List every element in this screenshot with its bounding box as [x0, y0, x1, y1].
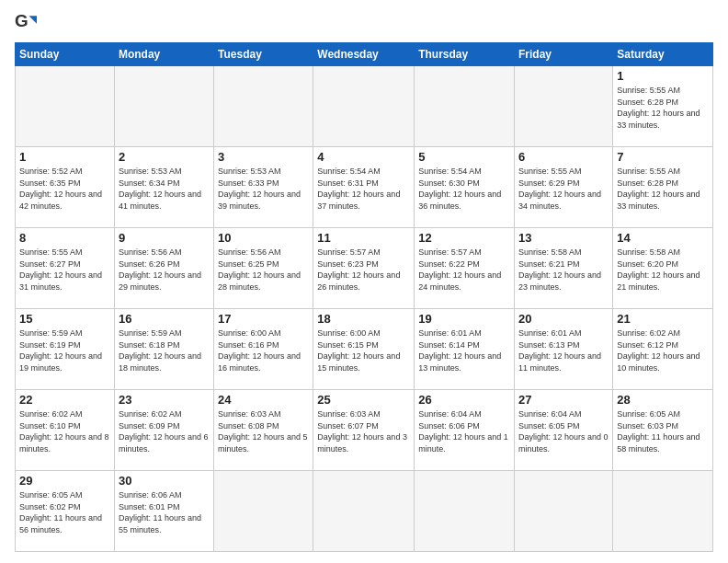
calendar-cell: 28 Sunrise: 6:05 AMSunset: 6:03 PMDaylig… [613, 390, 713, 471]
day-number: 8 [19, 231, 110, 245]
calendar-cell: 25 Sunrise: 6:03 AMSunset: 6:07 PMDaylig… [313, 390, 415, 471]
day-number: 28 [617, 393, 709, 407]
day-number: 1 [617, 69, 709, 83]
day-number: 13 [518, 231, 609, 245]
day-header-thursday: Thursday [415, 43, 515, 66]
calendar-cell: 18 Sunrise: 6:00 AMSunset: 6:15 PMDaylig… [313, 309, 415, 390]
calendar-cell: 11 Sunrise: 5:57 AMSunset: 6:23 PMDaylig… [313, 228, 415, 309]
calendar-row: 1 Sunrise: 5:52 AMSunset: 6:35 PMDayligh… [16, 147, 713, 228]
day-info: Sunrise: 6:03 AMSunset: 6:07 PMDaylight:… [317, 408, 410, 454]
calendar-cell: 22 Sunrise: 6:02 AMSunset: 6:10 PMDaylig… [16, 390, 115, 471]
logo-icon: G [15, 11, 37, 33]
day-number: 21 [617, 312, 709, 326]
page: G SundayMondayTuesdayWednesdayThursdayFr… [0, 0, 728, 563]
day-number: 9 [119, 231, 210, 245]
day-info: Sunrise: 6:01 AMSunset: 6:14 PMDaylight:… [418, 327, 510, 373]
calendar-cell: 3 Sunrise: 5:53 AMSunset: 6:33 PMDayligh… [214, 147, 313, 228]
svg-text:G: G [15, 11, 28, 30]
day-info: Sunrise: 5:54 AMSunset: 6:30 PMDaylight:… [418, 166, 510, 212]
calendar-table: SundayMondayTuesdayWednesdayThursdayFrid… [15, 42, 713, 552]
day-info: Sunrise: 5:55 AMSunset: 6:29 PMDaylight:… [518, 166, 609, 212]
calendar-cell: 12 Sunrise: 5:57 AMSunset: 6:22 PMDaylig… [415, 228, 515, 309]
header: G [15, 11, 713, 33]
calendar-cell: 21 Sunrise: 6:02 AMSunset: 6:12 PMDaylig… [613, 309, 713, 390]
day-header-monday: Monday [114, 43, 213, 66]
day-header-sunday: Sunday [16, 43, 115, 66]
calendar-cell: 24 Sunrise: 6:03 AMSunset: 6:08 PMDaylig… [214, 390, 313, 471]
day-info: Sunrise: 5:59 AMSunset: 6:19 PMDaylight:… [19, 327, 110, 373]
day-number: 7 [617, 150, 709, 164]
calendar-cell: 1 Sunrise: 5:52 AMSunset: 6:35 PMDayligh… [16, 147, 115, 228]
calendar-cell [16, 66, 115, 147]
day-number: 11 [317, 231, 410, 245]
day-info: Sunrise: 6:02 AMSunset: 6:12 PMDaylight:… [617, 327, 709, 373]
day-info: Sunrise: 5:58 AMSunset: 6:20 PMDaylight:… [617, 247, 709, 293]
day-info: Sunrise: 6:00 AMSunset: 6:15 PMDaylight:… [317, 327, 410, 373]
day-number: 1 [19, 150, 110, 164]
day-info: Sunrise: 5:57 AMSunset: 6:22 PMDaylight:… [418, 247, 510, 293]
calendar-cell: 7 Sunrise: 5:55 AMSunset: 6:28 PMDayligh… [613, 147, 713, 228]
calendar-row: 29 Sunrise: 6:05 AMSunset: 6:02 PMDaylig… [16, 471, 713, 552]
calendar-cell: 14 Sunrise: 5:58 AMSunset: 6:20 PMDaylig… [613, 228, 713, 309]
calendar-cell: 29 Sunrise: 6:05 AMSunset: 6:02 PMDaylig… [16, 471, 115, 552]
day-number: 26 [418, 393, 510, 407]
day-info: Sunrise: 6:03 AMSunset: 6:08 PMDaylight:… [218, 408, 309, 454]
day-number: 12 [418, 231, 510, 245]
calendar-cell: 8 Sunrise: 5:55 AMSunset: 6:27 PMDayligh… [16, 228, 115, 309]
day-number: 10 [218, 231, 309, 245]
calendar-row: 1 Sunrise: 5:55 AMSunset: 6:28 PMDayligh… [16, 66, 713, 147]
day-info: Sunrise: 5:54 AMSunset: 6:31 PMDaylight:… [317, 166, 410, 212]
calendar-cell: 13 Sunrise: 5:58 AMSunset: 6:21 PMDaylig… [515, 228, 613, 309]
day-number: 24 [218, 393, 309, 407]
day-info: Sunrise: 6:05 AMSunset: 6:02 PMDaylight:… [19, 489, 110, 535]
day-info: Sunrise: 5:52 AMSunset: 6:35 PMDaylight:… [19, 166, 110, 212]
day-number: 20 [518, 312, 609, 326]
logo: G [15, 11, 40, 33]
day-number: 25 [317, 393, 410, 407]
calendar-cell [415, 471, 515, 552]
calendar-row: 8 Sunrise: 5:55 AMSunset: 6:27 PMDayligh… [16, 228, 713, 309]
calendar-cell: 30 Sunrise: 6:06 AMSunset: 6:01 PMDaylig… [114, 471, 213, 552]
day-info: Sunrise: 5:55 AMSunset: 6:28 PMDaylight:… [617, 85, 709, 131]
day-number: 14 [617, 231, 709, 245]
day-info: Sunrise: 5:59 AMSunset: 6:18 PMDaylight:… [119, 327, 210, 373]
day-number: 22 [19, 393, 110, 407]
day-info: Sunrise: 6:04 AMSunset: 6:05 PMDaylight:… [518, 408, 609, 454]
calendar-cell: 15 Sunrise: 5:59 AMSunset: 6:19 PMDaylig… [16, 309, 115, 390]
day-info: Sunrise: 5:53 AMSunset: 6:33 PMDaylight:… [218, 166, 309, 212]
calendar-cell [313, 66, 415, 147]
day-number: 27 [518, 393, 609, 407]
day-number: 30 [119, 474, 210, 488]
day-info: Sunrise: 5:58 AMSunset: 6:21 PMDaylight:… [518, 247, 609, 293]
day-header-friday: Friday [515, 43, 613, 66]
calendar-header-row: SundayMondayTuesdayWednesdayThursdayFrid… [16, 43, 713, 66]
day-header-tuesday: Tuesday [214, 43, 313, 66]
calendar-cell [515, 66, 613, 147]
calendar-body: 1 Sunrise: 5:55 AMSunset: 6:28 PMDayligh… [16, 66, 713, 552]
day-info: Sunrise: 5:56 AMSunset: 6:25 PMDaylight:… [218, 247, 309, 293]
calendar-cell: 2 Sunrise: 5:53 AMSunset: 6:34 PMDayligh… [114, 147, 213, 228]
calendar-cell: 16 Sunrise: 5:59 AMSunset: 6:18 PMDaylig… [114, 309, 213, 390]
day-info: Sunrise: 5:53 AMSunset: 6:34 PMDaylight:… [119, 166, 210, 212]
calendar-cell: 27 Sunrise: 6:04 AMSunset: 6:05 PMDaylig… [515, 390, 613, 471]
day-number: 5 [418, 150, 510, 164]
calendar-cell [415, 66, 515, 147]
day-info: Sunrise: 6:00 AMSunset: 6:16 PMDaylight:… [218, 327, 309, 373]
day-number: 23 [119, 393, 210, 407]
calendar-row: 15 Sunrise: 5:59 AMSunset: 6:19 PMDaylig… [16, 309, 713, 390]
day-number: 19 [418, 312, 510, 326]
calendar-cell: 23 Sunrise: 6:02 AMSunset: 6:09 PMDaylig… [114, 390, 213, 471]
calendar-cell: 9 Sunrise: 5:56 AMSunset: 6:26 PMDayligh… [114, 228, 213, 309]
calendar-cell: 10 Sunrise: 5:56 AMSunset: 6:25 PMDaylig… [214, 228, 313, 309]
calendar-cell [313, 471, 415, 552]
day-header-saturday: Saturday [613, 43, 713, 66]
calendar-cell: 17 Sunrise: 6:00 AMSunset: 6:16 PMDaylig… [214, 309, 313, 390]
day-info: Sunrise: 6:06 AMSunset: 6:01 PMDaylight:… [119, 489, 210, 535]
calendar-cell: 20 Sunrise: 6:01 AMSunset: 6:13 PMDaylig… [515, 309, 613, 390]
calendar-cell: 1 Sunrise: 5:55 AMSunset: 6:28 PMDayligh… [613, 66, 713, 147]
day-info: Sunrise: 6:05 AMSunset: 6:03 PMDaylight:… [617, 408, 709, 454]
day-header-wednesday: Wednesday [313, 43, 415, 66]
day-info: Sunrise: 6:01 AMSunset: 6:13 PMDaylight:… [518, 327, 609, 373]
calendar-cell [214, 471, 313, 552]
calendar-cell: 5 Sunrise: 5:54 AMSunset: 6:30 PMDayligh… [415, 147, 515, 228]
